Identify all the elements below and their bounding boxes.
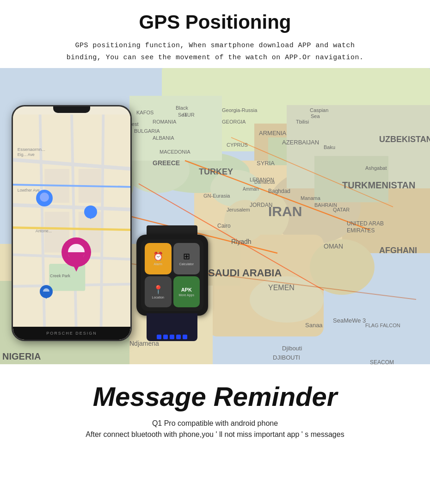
- phone-mockup: Creek Park Essenaornn... Eig... Ave Lowt…: [12, 105, 132, 341]
- svg-text:AFGHANI: AFGHANI: [379, 246, 417, 255]
- map-container: ITALY TUNIS NIGER NIGERIA Ndjamena Djibo…: [0, 68, 430, 364]
- watch-app-calculator: ⊞ Calculator: [173, 243, 200, 274]
- message-sub1: Q1 Pro compatible with android phone: [18, 419, 412, 428]
- message-section: Message Reminder Q1 Pro compatible with …: [0, 364, 430, 453]
- svg-text:TURKMENISTAN: TURKMENISTAN: [342, 180, 416, 190]
- svg-text:TURKEY: TURKEY: [199, 167, 233, 176]
- svg-text:BAHRAIN: BAHRAIN: [314, 202, 337, 208]
- watch-mockup: ⏰ Alarm ⊞ Calculator 📍 Location APK More…: [132, 225, 213, 341]
- svg-rect-18: [314, 156, 388, 202]
- svg-text:GN-Eurasia: GN-Eurasia: [203, 193, 230, 199]
- phone-brand-bar: PORSCHE DESIGN: [13, 327, 130, 340]
- svg-text:Tbilisi: Tbilisi: [296, 119, 309, 124]
- svg-text:Baghdad: Baghdad: [268, 188, 290, 194]
- message-title: Message Reminder: [18, 381, 412, 412]
- svg-text:OMAN: OMAN: [324, 243, 343, 250]
- map-pin-pink: [58, 235, 95, 283]
- svg-text:Black: Black: [176, 105, 188, 111]
- watch-body: ⏰ Alarm ⊞ Calculator 📍 Location APK More…: [136, 235, 208, 316]
- svg-text:Baku: Baku: [324, 144, 335, 150]
- strap-dot-4: [176, 335, 181, 339]
- gps-section: GPS Positioning GPS positioning function…: [0, 0, 430, 63]
- svg-text:UZBEKISTAN: UZBEKISTAN: [379, 135, 430, 144]
- location-icon: 📍: [153, 285, 163, 295]
- svg-text:SeaMeWe 3: SeaMeWe 3: [333, 317, 366, 324]
- watch-app-alarm-label: Alarm: [154, 262, 162, 266]
- more-apps-icon: APK: [181, 287, 192, 292]
- svg-text:KAFOS: KAFOS: [136, 110, 154, 115]
- svg-text:MACEDONIA: MACEDONIA: [160, 149, 190, 155]
- svg-text:UNITED ARAB: UNITED ARAB: [347, 220, 384, 227]
- svg-text:Amman: Amman: [243, 187, 258, 192]
- watch-strap-bottom: [147, 313, 197, 341]
- gps-description: GPS positioning function, When smartphon…: [18, 40, 412, 63]
- svg-text:Sea: Sea: [311, 113, 320, 119]
- phone-map-svg: Creek Park Essenaornn... Eig... Ave Lowt…: [13, 106, 130, 340]
- watch-app-location-label: Location: [152, 296, 164, 299]
- svg-text:NIGERIA: NIGERIA: [2, 351, 41, 361]
- watch-app-more: APK More Apps: [173, 276, 200, 308]
- svg-text:Riyadh: Riyadh: [231, 238, 252, 245]
- strap-dot-1: [157, 335, 161, 339]
- svg-point-116: [40, 193, 49, 202]
- svg-text:JORDAN: JORDAN: [250, 202, 272, 208]
- svg-text:Eig... Ave: Eig... Ave: [18, 152, 35, 157]
- watch-app-location: 📍 Location: [145, 276, 172, 308]
- svg-text:ALBANIA: ALBANIA: [153, 135, 174, 141]
- phone-screen: Creek Park Essenaornn... Eig... Ave Lowt…: [13, 106, 130, 340]
- watch-strap-dots: [157, 335, 187, 339]
- svg-text:AZERBAIJAN: AZERBAIJAN: [282, 139, 319, 146]
- svg-text:SEACOM: SEACOM: [370, 359, 394, 364]
- gps-title: GPS Positioning: [18, 11, 412, 33]
- svg-text:Sea: Sea: [178, 112, 187, 118]
- svg-text:FLAG FALCON: FLAG FALCON: [365, 323, 400, 328]
- svg-text:Georgia-Russia: Georgia-Russia: [222, 107, 258, 113]
- svg-text:SYRIA: SYRIA: [257, 160, 275, 167]
- watch-app-alarm: ⏰ Alarm: [145, 243, 172, 274]
- svg-text:Essenaornn...: Essenaornn...: [18, 147, 45, 152]
- svg-text:Jerusalem: Jerusalem: [227, 207, 250, 212]
- strap-dot-3: [170, 335, 174, 339]
- phone-notch: [53, 106, 90, 113]
- calculator-icon: ⊞: [183, 251, 190, 261]
- svg-text:Cairo: Cairo: [217, 223, 231, 229]
- svg-text:ARMENIA: ARMENIA: [259, 130, 287, 137]
- svg-text:YEMEN: YEMEN: [268, 284, 295, 292]
- watch-app-calc-label: Calculator: [179, 262, 194, 266]
- svg-text:CYPRUS: CYPRUS: [227, 142, 248, 148]
- svg-text:IRAN: IRAN: [268, 204, 302, 219]
- watch-app-more-label: More Apps: [179, 293, 194, 297]
- message-sub2: After connect bluetooth with phone,you '…: [18, 430, 412, 439]
- map-pin-2: [83, 205, 98, 225]
- svg-text:DJIBOUTI: DJIBOUTI: [273, 354, 300, 361]
- svg-text:SAUDI ARABIA: SAUDI ARABIA: [208, 267, 282, 279]
- svg-text:GEORGIA: GEORGIA: [222, 119, 246, 124]
- svg-text:Caspian: Caspian: [310, 107, 328, 113]
- svg-text:BULGARIA: BULGARIA: [134, 128, 160, 134]
- strap-dot-5: [183, 335, 187, 339]
- map-pin-bottom: [39, 284, 54, 305]
- phone-brand-label: PORSCHE DESIGN: [46, 331, 97, 336]
- strap-dot-2: [163, 335, 168, 339]
- map-pin-1: 2: [34, 188, 55, 215]
- svg-text:DamaCus: DamaCus: [254, 180, 275, 185]
- svg-text:Manama: Manama: [301, 195, 321, 201]
- svg-text:GREECE: GREECE: [153, 159, 180, 167]
- phone-map: Creek Park Essenaornn... Eig... Ave Lowt…: [13, 106, 130, 340]
- svg-text:Djibouti: Djibouti: [282, 345, 302, 352]
- watch-screen: ⏰ Alarm ⊞ Calculator 📍 Location APK More…: [141, 239, 203, 311]
- svg-text:EMIRATES: EMIRATES: [347, 227, 375, 234]
- svg-text:Sanaa: Sanaa: [305, 322, 323, 329]
- alarm-icon: ⏰: [153, 251, 163, 261]
- svg-text:Ashgabat: Ashgabat: [365, 165, 387, 171]
- svg-text:ROMANIA: ROMANIA: [153, 119, 177, 124]
